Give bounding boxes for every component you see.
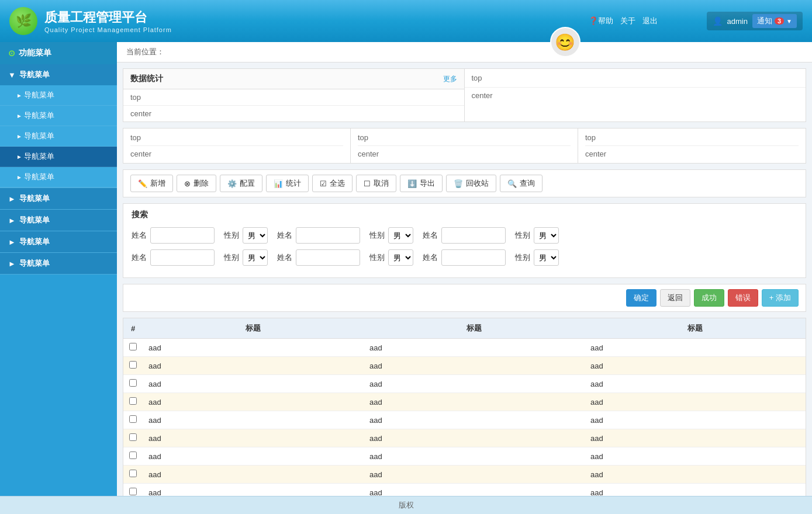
row-cell-2: aad bbox=[585, 393, 806, 411]
row-checkbox[interactable] bbox=[129, 361, 137, 369]
breadcrumb-label: 当前位置： bbox=[126, 47, 164, 56]
select-gender-1[interactable]: 男女 bbox=[243, 227, 268, 244]
header: 质量工程管理平台 Quality Project Management Plat… bbox=[0, 0, 812, 42]
app-title: 质量工程管理平台 bbox=[44, 9, 172, 26]
row-checkbox[interactable] bbox=[129, 433, 137, 441]
stats-button[interactable]: 📊 统计 bbox=[266, 175, 309, 192]
table-row[interactable]: aadaadaad bbox=[123, 411, 806, 429]
sidebar-group-3: ► 导航菜单 bbox=[0, 210, 117, 231]
sidebar-item-1-4[interactable]: 导航菜单 bbox=[0, 147, 117, 167]
back-button[interactable]: 返回 bbox=[660, 289, 690, 307]
stats-more-link[interactable]: 更多 bbox=[443, 74, 457, 84]
arrow-icon-2: ► bbox=[8, 195, 16, 203]
col-2-center: center bbox=[358, 150, 571, 158]
row-cell-1: aad bbox=[364, 339, 585, 357]
sidebar-group-title-3[interactable]: ► 导航菜单 bbox=[0, 210, 117, 231]
row-checkbox[interactable] bbox=[129, 397, 137, 405]
confirm-label: 确定 bbox=[634, 293, 649, 303]
row-checkbox-cell bbox=[123, 375, 143, 393]
add-button[interactable]: ✏️ 新增 bbox=[130, 175, 173, 192]
help-link[interactable]: ❓帮助 bbox=[589, 16, 613, 26]
sidebar-group-title-5[interactable]: ► 导航菜单 bbox=[0, 253, 117, 274]
input-name-2[interactable] bbox=[296, 227, 360, 244]
row-checkbox[interactable] bbox=[129, 452, 137, 459]
table-row[interactable]: aadaadaad bbox=[123, 375, 806, 393]
row-checkbox[interactable] bbox=[129, 343, 137, 350]
sidebar-group-4: ► 导航菜单 bbox=[0, 231, 117, 253]
arrow-icon: ▼ bbox=[8, 71, 16, 79]
select-gender-2[interactable]: 男女 bbox=[388, 227, 413, 244]
label-name-3: 姓名 bbox=[423, 230, 438, 241]
sidebar-item-1-1[interactable]: 导航菜单 bbox=[0, 85, 117, 106]
sidebar-item-1-3[interactable]: 导航菜单 bbox=[0, 126, 117, 147]
row-checkbox[interactable] bbox=[129, 379, 137, 387]
row-checkbox-cell bbox=[123, 466, 143, 484]
select-gender-3[interactable]: 男女 bbox=[534, 227, 559, 244]
query-button[interactable]: 🔍 查询 bbox=[500, 175, 543, 192]
row-cell-1: aad bbox=[364, 484, 585, 496]
row-checkbox[interactable] bbox=[129, 470, 137, 477]
table-row[interactable]: aadaadaad bbox=[123, 339, 806, 357]
sidebar-item-1-2[interactable]: 导航菜单 bbox=[0, 106, 117, 126]
select-gender-4[interactable]: 男女 bbox=[243, 249, 268, 266]
select-gender-5[interactable]: 男女 bbox=[388, 249, 413, 266]
stats-right-top: top bbox=[465, 69, 806, 88]
col-1-top: top bbox=[130, 133, 343, 146]
search-field-gender-2: 性别 男女 bbox=[369, 227, 413, 244]
logout-link[interactable]: 退出 bbox=[642, 16, 658, 26]
row-checkbox[interactable] bbox=[129, 488, 137, 495]
select-all-button[interactable]: ☑ 全选 bbox=[312, 175, 353, 192]
back-label: 返回 bbox=[668, 293, 683, 303]
label-gender-1: 性别 bbox=[224, 230, 239, 241]
row-cell-2: aad bbox=[585, 484, 806, 496]
table-row[interactable]: aadaadaad bbox=[123, 466, 806, 484]
about-link[interactable]: 关于 bbox=[620, 16, 635, 26]
sidebar-group-label-3: 导航菜单 bbox=[19, 215, 50, 225]
config-button[interactable]: ⚙️ 配置 bbox=[220, 175, 262, 192]
input-name-6[interactable] bbox=[441, 249, 506, 266]
sidebar-group-title-2[interactable]: ► 导航菜单 bbox=[0, 188, 117, 209]
sidebar-group-title-4[interactable]: ► 导航菜单 bbox=[0, 231, 117, 252]
table-row[interactable]: aadaadaad bbox=[123, 357, 806, 375]
cancel-button[interactable]: ☐ 取消 bbox=[356, 175, 396, 192]
main-layout: 功能菜单 ▼ 导航菜单 导航菜单 导航菜单 导航菜单 导航菜单 导航菜单 ► 导… bbox=[0, 42, 812, 496]
confirm-button[interactable]: 确定 bbox=[626, 289, 656, 307]
search-field-name-1: 姓名 bbox=[132, 227, 215, 244]
success-label: 成功 bbox=[702, 293, 717, 303]
label-gender-5: 性别 bbox=[369, 252, 385, 263]
input-name-3[interactable] bbox=[441, 227, 506, 244]
row-checkbox[interactable] bbox=[129, 415, 137, 423]
input-name-1[interactable] bbox=[150, 227, 215, 244]
sidebar-header-label: 功能菜单 bbox=[19, 48, 51, 58]
recycle-button[interactable]: 🗑️ 回收站 bbox=[446, 175, 496, 192]
table-row[interactable]: aadaadaad bbox=[123, 447, 806, 466]
col-3-top: top bbox=[585, 133, 799, 146]
row-cell-2: aad bbox=[585, 357, 806, 375]
input-name-4[interactable] bbox=[150, 249, 215, 266]
sidebar-group-label-1: 导航菜单 bbox=[19, 70, 50, 80]
success-button[interactable]: 成功 bbox=[694, 289, 724, 307]
search-field-name-4: 姓名 bbox=[132, 249, 215, 266]
label-name-2: 姓名 bbox=[277, 230, 292, 241]
notification-button[interactable]: 通知 3 ▼ bbox=[752, 14, 797, 28]
add-row-button[interactable]: + 添加 bbox=[762, 289, 799, 307]
select-gender-6[interactable]: 男女 bbox=[534, 249, 559, 266]
delete-label: 删除 bbox=[194, 178, 209, 189]
table-row[interactable]: aadaadaad bbox=[123, 393, 806, 411]
table-row[interactable]: aadaadaad bbox=[123, 429, 806, 447]
row-cell-0: aad bbox=[143, 357, 364, 375]
sidebar-header: 功能菜单 bbox=[0, 42, 117, 64]
arrow-icon-5: ► bbox=[8, 259, 16, 268]
sidebar-group-title-1[interactable]: ▼ 导航菜单 bbox=[0, 64, 117, 85]
delete-button[interactable]: ⊗ 删除 bbox=[177, 175, 216, 192]
sidebar-item-1-5[interactable]: 导航菜单 bbox=[0, 167, 117, 187]
header-left: 质量工程管理平台 Quality Project Management Plat… bbox=[9, 7, 172, 35]
error-button[interactable]: 错误 bbox=[728, 289, 758, 307]
table-row[interactable]: aadaadaad bbox=[123, 484, 806, 496]
input-name-5[interactable] bbox=[296, 249, 360, 266]
search-icon: 🔍 bbox=[507, 179, 517, 188]
cancel-label: 取消 bbox=[374, 178, 389, 189]
row-checkbox-cell bbox=[123, 429, 143, 447]
row-cell-0: aad bbox=[143, 411, 364, 429]
export-button[interactable]: ⬇️ 导出 bbox=[400, 175, 443, 192]
